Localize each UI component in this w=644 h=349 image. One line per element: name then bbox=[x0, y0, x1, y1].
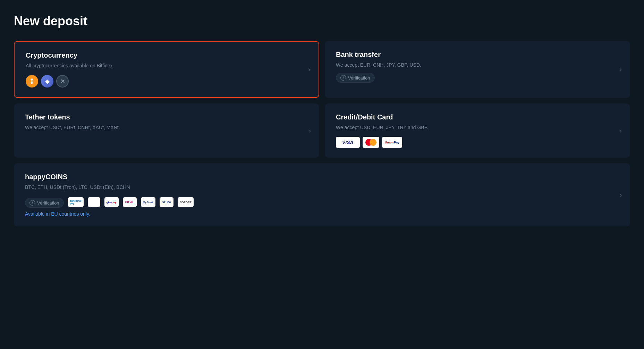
sofort-icon: SOFORT bbox=[178, 197, 193, 207]
crypto-icon-row: ₿ ◆ ✕ bbox=[26, 75, 307, 88]
credit-card-title: Credit/Debit Card bbox=[336, 113, 619, 121]
cryptocurrency-card[interactable]: Cryptocurrency All cryptocurrencies avai… bbox=[14, 41, 319, 98]
happycoins-verification-badge: i Verification bbox=[25, 198, 64, 208]
deposit-options-grid: Cryptocurrency All cryptocurrencies avai… bbox=[14, 41, 630, 226]
visa-icon: VISA bbox=[336, 137, 360, 148]
bank-transfer-description: We accept EUR, CNH, JPY, GBP, USD. bbox=[336, 61, 619, 69]
bank-transfer-title: Bank transfer bbox=[336, 51, 619, 59]
credit-card-description: We accept USD, EUR, JPY, TRY and GBP. bbox=[336, 124, 619, 131]
cryptocurrency-description: All cryptocurrencies available on Bitfin… bbox=[26, 62, 307, 69]
blank-badge bbox=[88, 197, 100, 207]
ethereum-icon: ◆ bbox=[41, 75, 53, 88]
tether-card[interactable]: Tether tokens We accept USDt, EURt, CNHt… bbox=[14, 103, 319, 158]
page-title: New deposit bbox=[14, 14, 630, 28]
happycoins-chevron: › bbox=[620, 191, 622, 199]
bank-transfer-info-icon: i bbox=[340, 75, 346, 81]
credit-card-payment-icons: VISA UnionPay bbox=[336, 137, 619, 148]
happycoins-title: happyCOINS bbox=[25, 173, 619, 181]
happycoins-verification-label: Verification bbox=[37, 200, 59, 206]
happycoins-description: BTC, ETH, USDt (Tron), LTC, USDt (Eth), … bbox=[25, 184, 619, 191]
happycoins-info-icon: i bbox=[29, 200, 35, 206]
ideal-icon: iDEAL bbox=[123, 197, 137, 207]
bank-transfer-verification-badge: i Verification bbox=[336, 73, 375, 83]
unionpay-icon: UnionPay bbox=[382, 137, 402, 148]
tether-title: Tether tokens bbox=[25, 113, 308, 121]
bitcoin-icon: ₿ bbox=[26, 75, 38, 88]
eu-notice: Available in EU countries only. bbox=[25, 211, 619, 217]
happycoins-bottom-row: i Verification bancomatpay giropay iDEAL… bbox=[25, 197, 619, 208]
sepa-icon: SEPA bbox=[160, 197, 173, 207]
tether-chevron: › bbox=[309, 127, 311, 134]
happycoins-card[interactable]: happyCOINS BTC, ETH, USDt (Tron), LTC, U… bbox=[14, 163, 630, 226]
credit-card-chevron: › bbox=[620, 127, 622, 134]
bancomat-icon: bancomatpay bbox=[68, 197, 84, 207]
giropay-icon: giropay bbox=[104, 197, 119, 207]
mastercard-icon bbox=[363, 137, 379, 148]
mybank-icon: MyBank bbox=[141, 197, 156, 207]
bank-transfer-chevron: › bbox=[620, 66, 622, 73]
bank-transfer-card[interactable]: Bank transfer We accept EUR, CNH, JPY, G… bbox=[325, 41, 630, 98]
credit-card-card[interactable]: Credit/Debit Card We accept USD, EUR, JP… bbox=[325, 103, 630, 158]
cryptocurrency-chevron: › bbox=[308, 66, 310, 73]
tether-description: We accept USDt, EURt, CNHt, XAUt, MXNt. bbox=[25, 124, 308, 131]
bank-transfer-verification-label: Verification bbox=[348, 75, 370, 81]
xrp-icon: ✕ bbox=[56, 75, 69, 88]
cryptocurrency-title: Cryptocurrency bbox=[26, 51, 307, 59]
